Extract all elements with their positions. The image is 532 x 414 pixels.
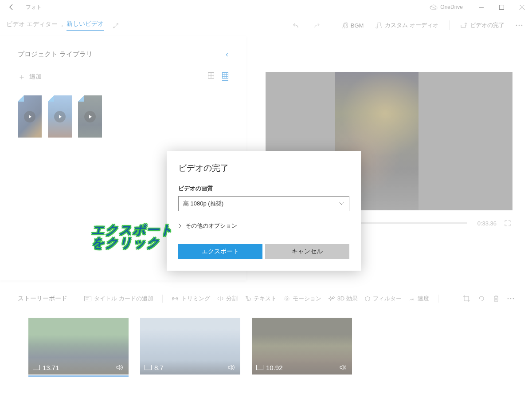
- maximize-button[interactable]: [491, 0, 512, 14]
- cancel-button[interactable]: キャンセル: [265, 244, 349, 259]
- separator: [331, 20, 331, 30]
- svg-point-21: [513, 298, 514, 300]
- split-button[interactable]: 分割: [215, 293, 240, 304]
- bgm-button[interactable]: BGM: [338, 20, 368, 32]
- play-icon: [24, 111, 35, 122]
- more-button[interactable]: [512, 24, 526, 26]
- add-media-button[interactable]: ＋ 追加: [18, 71, 42, 82]
- rotate-button[interactable]: [478, 295, 485, 302]
- delete-button[interactable]: [493, 295, 499, 302]
- separator: [162, 295, 163, 303]
- music-icon: [342, 22, 348, 28]
- trim-button[interactable]: トリミング: [169, 293, 213, 304]
- speed-icon: [409, 296, 415, 301]
- back-button[interactable]: [5, 1, 18, 13]
- svg-point-4: [521, 25, 523, 26]
- more-button[interactable]: [507, 298, 514, 300]
- minimize-button[interactable]: [471, 0, 491, 14]
- svg-rect-22: [33, 365, 40, 370]
- svg-rect-23: [145, 365, 152, 370]
- project-library-title: プロジェクト ライブラリ: [18, 50, 93, 59]
- export-icon: [460, 22, 467, 28]
- clip-icon: [145, 365, 152, 370]
- export-confirm-button[interactable]: エクスポート: [178, 244, 262, 259]
- svg-rect-13: [85, 296, 91, 301]
- play-icon: [54, 111, 66, 122]
- filter-button[interactable]: フィルター: [362, 293, 404, 304]
- crop-button[interactable]: [463, 295, 470, 302]
- motion-button[interactable]: モーション: [281, 293, 324, 304]
- trim-icon: [172, 296, 179, 301]
- seek-bar[interactable]: [343, 222, 466, 224]
- breadcrumb-current[interactable]: 新しいビデオ: [66, 20, 104, 31]
- storyboard-clip-3[interactable]: 10.92: [252, 318, 352, 375]
- library-clip-2[interactable]: [48, 95, 72, 138]
- svg-point-16: [286, 298, 288, 300]
- app-title: フォト: [26, 4, 42, 11]
- redo-button[interactable]: [309, 19, 324, 32]
- separator: [438, 295, 438, 303]
- more-options-toggle[interactable]: その他のオプション: [178, 222, 349, 230]
- volume-icon[interactable]: [340, 364, 348, 371]
- sparkle-icon: [329, 296, 335, 301]
- onedrive-label: OneDrive: [440, 4, 463, 10]
- cloud-icon: [430, 4, 438, 10]
- title-bar: フォト OneDrive: [0, 0, 532, 14]
- top-toolbar: ビデオ エディター › 新しいビデオ BGM カスタム オーディオ ビデオの完了: [0, 14, 532, 36]
- library-clip-1[interactable]: [18, 95, 42, 138]
- motion-icon: [284, 296, 290, 301]
- 3d-effects-button[interactable]: 3D 効果: [326, 293, 360, 304]
- total-time: 0:33.36: [477, 220, 497, 227]
- volume-icon[interactable]: [116, 364, 124, 371]
- title-card-icon: [84, 296, 91, 301]
- tutorial-annotation: エクスポート をクリック: [91, 224, 173, 249]
- play-icon: [84, 111, 96, 122]
- svg-point-17: [285, 296, 289, 301]
- chevron-down-icon: [339, 202, 344, 205]
- view-small-icon[interactable]: [222, 72, 228, 81]
- export-button[interactable]: ビデオの完了: [457, 19, 508, 32]
- svg-rect-1: [499, 5, 504, 9]
- rename-icon[interactable]: [113, 22, 120, 29]
- svg-rect-18: [464, 296, 469, 301]
- storyboard-clips: 13.71 8.7 10.92: [0, 304, 532, 375]
- library-clip-3[interactable]: [78, 95, 102, 138]
- breadcrumb-editor[interactable]: ビデオ エディター: [6, 20, 58, 30]
- onedrive-button[interactable]: OneDrive: [430, 4, 463, 10]
- storyboard-clip-1[interactable]: 13.71: [28, 318, 129, 375]
- clip-icon: [256, 365, 263, 370]
- breadcrumb: ビデオ エディター › 新しいビデオ: [6, 20, 104, 31]
- filter-icon: [365, 296, 370, 301]
- split-icon: [217, 296, 223, 301]
- collapse-chevron-icon[interactable]: ‹: [226, 50, 228, 59]
- storyboard-toolbar: ストーリーボード タイトル カードの追加 トリミング 分割 テキスト モーション…: [0, 280, 532, 304]
- storyboard-title: ストーリーボード: [18, 295, 67, 303]
- export-dialog: ビデオの完了 ビデオの画質 高 1080p (推奨) その他のオプション エクス…: [167, 151, 361, 271]
- chevron-right-icon: ›: [61, 22, 63, 29]
- svg-point-2: [516, 25, 517, 26]
- svg-rect-8: [223, 73, 228, 79]
- separator: [449, 20, 450, 30]
- view-large-icon[interactable]: [208, 72, 214, 81]
- custom-audio-button[interactable]: カスタム オーディオ: [372, 19, 442, 32]
- quality-label: ビデオの画質: [178, 185, 349, 193]
- plus-icon: ＋: [18, 71, 26, 82]
- add-title-card-button[interactable]: タイトル カードの追加: [82, 293, 156, 304]
- text-button[interactable]: テキスト: [242, 293, 279, 304]
- svg-rect-24: [257, 365, 263, 370]
- dialog-title: ビデオの完了: [178, 162, 349, 174]
- quality-value: 高 1080p (推奨): [183, 200, 223, 208]
- chevron-right-icon: [178, 223, 182, 229]
- undo-button[interactable]: [289, 19, 304, 32]
- speed-button[interactable]: 速度: [406, 293, 432, 304]
- volume-icon[interactable]: [228, 364, 236, 371]
- quality-dropdown[interactable]: 高 1080p (推奨): [178, 196, 349, 211]
- close-button[interactable]: [512, 0, 532, 14]
- svg-point-20: [510, 298, 512, 300]
- text-icon: [245, 296, 251, 301]
- fullscreen-button[interactable]: [503, 218, 512, 228]
- clip-icon: [33, 365, 40, 370]
- audio-custom-icon: [375, 22, 382, 28]
- svg-point-3: [519, 25, 520, 26]
- storyboard-clip-2[interactable]: 8.7: [140, 318, 240, 375]
